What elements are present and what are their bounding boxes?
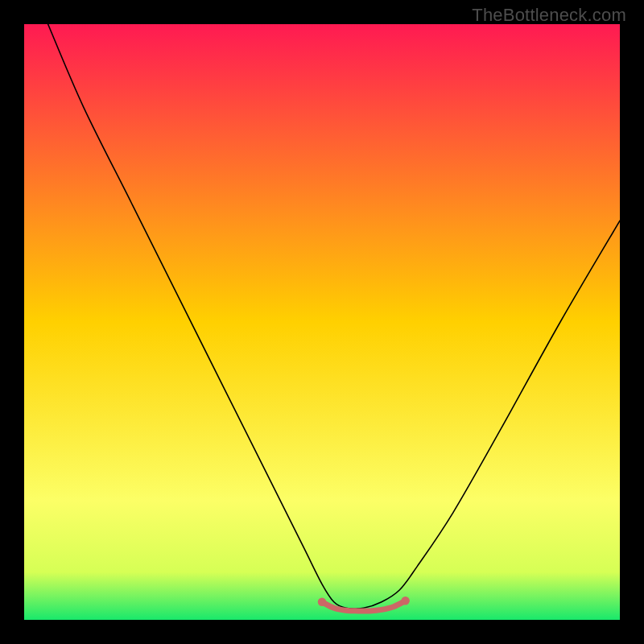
plot-area bbox=[24, 24, 620, 620]
flat-marker-endpoint bbox=[401, 597, 410, 605]
gradient-background bbox=[24, 24, 620, 620]
chart-frame: TheBottleneck.com bbox=[0, 0, 644, 644]
watermark-label: TheBottleneck.com bbox=[472, 5, 626, 26]
chart-svg bbox=[24, 24, 620, 620]
flat-marker-endpoint bbox=[318, 598, 327, 607]
